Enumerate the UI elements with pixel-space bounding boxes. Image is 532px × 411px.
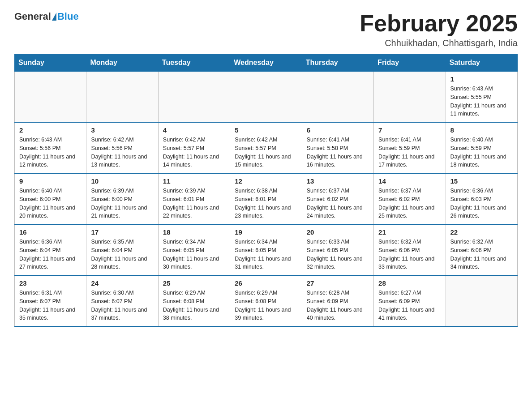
calendar-cell: 8Sunrise: 6:40 AMSunset: 5:59 PMDaylight…: [446, 122, 517, 173]
day-number: 7: [378, 126, 441, 134]
calendar-cell: 13Sunrise: 6:37 AMSunset: 6:02 PMDayligh…: [302, 173, 373, 224]
day-info: Sunrise: 6:32 AMSunset: 6:06 PMDaylight:…: [378, 238, 441, 271]
day-info: Sunrise: 6:33 AMSunset: 6:05 PMDaylight:…: [307, 238, 369, 271]
calendar-cell: 21Sunrise: 6:32 AMSunset: 6:06 PMDayligh…: [374, 224, 446, 275]
month-title: February 2025: [360, 11, 518, 36]
day-number: 26: [235, 279, 297, 287]
day-number: 11: [163, 177, 225, 185]
calendar-cell: 26Sunrise: 6:29 AMSunset: 6:08 PMDayligh…: [230, 275, 302, 326]
day-info: Sunrise: 6:43 AMSunset: 5:56 PMDaylight:…: [19, 136, 82, 169]
day-info: Sunrise: 6:28 AMSunset: 6:09 PMDaylight:…: [307, 289, 369, 322]
day-info: Sunrise: 6:42 AMSunset: 5:57 PMDaylight:…: [163, 136, 225, 169]
day-info: Sunrise: 6:30 AMSunset: 6:07 PMDaylight:…: [91, 289, 153, 322]
day-number: 13: [307, 177, 369, 185]
day-info: Sunrise: 6:40 AMSunset: 6:00 PMDaylight:…: [19, 187, 82, 220]
day-number: 10: [91, 177, 153, 185]
day-info: Sunrise: 6:43 AMSunset: 5:55 PMDaylight:…: [450, 85, 513, 118]
calendar-cell: [15, 72, 86, 123]
day-number: 4: [163, 126, 225, 134]
day-info: Sunrise: 6:34 AMSunset: 6:05 PMDaylight:…: [235, 238, 297, 271]
calendar-cell: 11Sunrise: 6:39 AMSunset: 6:01 PMDayligh…: [158, 173, 230, 224]
day-info: Sunrise: 6:42 AMSunset: 5:56 PMDaylight:…: [91, 136, 153, 169]
day-number: 5: [235, 126, 297, 134]
day-of-week-header: Tuesday: [158, 54, 230, 72]
day-number: 3: [91, 126, 153, 134]
day-info: Sunrise: 6:29 AMSunset: 6:08 PMDaylight:…: [163, 289, 225, 322]
day-info: Sunrise: 6:34 AMSunset: 6:05 PMDaylight:…: [163, 238, 225, 271]
day-info: Sunrise: 6:40 AMSunset: 5:59 PMDaylight:…: [450, 136, 513, 169]
logo-blue-text: Blue: [57, 11, 79, 22]
day-number: 6: [307, 126, 369, 134]
day-info: Sunrise: 6:42 AMSunset: 5:57 PMDaylight:…: [235, 136, 297, 169]
calendar-cell: [446, 275, 517, 326]
calendar-cell: 9Sunrise: 6:40 AMSunset: 6:00 PMDaylight…: [15, 173, 86, 224]
calendar-cell: 6Sunrise: 6:41 AMSunset: 5:58 PMDaylight…: [302, 122, 373, 173]
logo-triangle-icon: [52, 13, 56, 21]
calendar-cell: 14Sunrise: 6:37 AMSunset: 6:02 PMDayligh…: [374, 173, 446, 224]
calendar-cell: 2Sunrise: 6:43 AMSunset: 5:56 PMDaylight…: [15, 122, 86, 173]
day-number: 12: [235, 177, 297, 185]
day-number: 8: [450, 126, 513, 134]
day-of-week-header: Monday: [86, 54, 158, 72]
calendar-cell: 27Sunrise: 6:28 AMSunset: 6:09 PMDayligh…: [302, 275, 373, 326]
day-number: 9: [19, 177, 82, 185]
calendar-cell: [302, 72, 373, 123]
calendar-cell: 20Sunrise: 6:33 AMSunset: 6:05 PMDayligh…: [302, 224, 373, 275]
day-number: 1: [450, 75, 513, 83]
calendar-cell: 1Sunrise: 6:43 AMSunset: 5:55 PMDaylight…: [446, 72, 517, 123]
calendar-cell: 22Sunrise: 6:32 AMSunset: 6:06 PMDayligh…: [446, 224, 517, 275]
day-info: Sunrise: 6:29 AMSunset: 6:08 PMDaylight:…: [235, 289, 297, 322]
day-info: Sunrise: 6:41 AMSunset: 5:59 PMDaylight:…: [378, 136, 441, 169]
calendar-cell: 23Sunrise: 6:31 AMSunset: 6:07 PMDayligh…: [15, 275, 86, 326]
week-row: 1Sunrise: 6:43 AMSunset: 5:55 PMDaylight…: [15, 72, 518, 123]
calendar-cell: 25Sunrise: 6:29 AMSunset: 6:08 PMDayligh…: [158, 275, 230, 326]
calendar-cell: [230, 72, 302, 123]
day-of-week-header: Saturday: [446, 54, 517, 72]
day-info: Sunrise: 6:41 AMSunset: 5:58 PMDaylight:…: [307, 136, 369, 169]
day-info: Sunrise: 6:35 AMSunset: 6:04 PMDaylight:…: [91, 238, 153, 271]
calendar-cell: [158, 72, 230, 123]
day-info: Sunrise: 6:39 AMSunset: 6:00 PMDaylight:…: [91, 187, 153, 220]
calendar-body: 1Sunrise: 6:43 AMSunset: 5:55 PMDaylight…: [15, 72, 518, 327]
day-number: 18: [163, 228, 225, 236]
day-info: Sunrise: 6:38 AMSunset: 6:01 PMDaylight:…: [235, 187, 297, 220]
logo-general-text: General: [14, 11, 51, 22]
day-number: 20: [307, 228, 369, 236]
day-info: Sunrise: 6:27 AMSunset: 6:09 PMDaylight:…: [378, 289, 441, 322]
calendar-cell: [86, 72, 158, 123]
day-of-week-header: Sunday: [15, 54, 86, 72]
day-number: 15: [450, 177, 513, 185]
title-block: February 2025 Chhuikhadan, Chhattisgarh,…: [360, 11, 518, 48]
day-number: 23: [19, 279, 82, 287]
calendar-cell: 4Sunrise: 6:42 AMSunset: 5:57 PMDaylight…: [158, 122, 230, 173]
day-number: 2: [19, 126, 82, 134]
location-title: Chhuikhadan, Chhattisgarh, India: [360, 38, 518, 48]
day-info: Sunrise: 6:39 AMSunset: 6:01 PMDaylight:…: [163, 187, 225, 220]
day-info: Sunrise: 6:32 AMSunset: 6:06 PMDaylight:…: [450, 238, 513, 271]
calendar-cell: 18Sunrise: 6:34 AMSunset: 6:05 PMDayligh…: [158, 224, 230, 275]
day-number: 16: [19, 228, 82, 236]
calendar-cell: 12Sunrise: 6:38 AMSunset: 6:01 PMDayligh…: [230, 173, 302, 224]
calendar-cell: 16Sunrise: 6:36 AMSunset: 6:04 PMDayligh…: [15, 224, 86, 275]
days-of-week-row: SundayMondayTuesdayWednesdayThursdayFrid…: [15, 54, 518, 72]
calendar-cell: 5Sunrise: 6:42 AMSunset: 5:57 PMDaylight…: [230, 122, 302, 173]
calendar-cell: 28Sunrise: 6:27 AMSunset: 6:09 PMDayligh…: [374, 275, 446, 326]
logo: General Blue: [14, 11, 79, 22]
week-row: 23Sunrise: 6:31 AMSunset: 6:07 PMDayligh…: [15, 275, 518, 326]
day-info: Sunrise: 6:37 AMSunset: 6:02 PMDaylight:…: [378, 187, 441, 220]
day-number: 24: [91, 279, 153, 287]
day-number: 14: [378, 177, 441, 185]
calendar-cell: 19Sunrise: 6:34 AMSunset: 6:05 PMDayligh…: [230, 224, 302, 275]
week-row: 2Sunrise: 6:43 AMSunset: 5:56 PMDaylight…: [15, 122, 518, 173]
day-number: 28: [378, 279, 441, 287]
day-number: 21: [378, 228, 441, 236]
calendar-header: SundayMondayTuesdayWednesdayThursdayFrid…: [15, 54, 518, 72]
day-number: 22: [450, 228, 513, 236]
day-info: Sunrise: 6:36 AMSunset: 6:04 PMDaylight:…: [19, 238, 82, 271]
day-info: Sunrise: 6:37 AMSunset: 6:02 PMDaylight:…: [307, 187, 369, 220]
day-of-week-header: Thursday: [302, 54, 373, 72]
week-row: 9Sunrise: 6:40 AMSunset: 6:00 PMDaylight…: [15, 173, 518, 224]
calendar-cell: 3Sunrise: 6:42 AMSunset: 5:56 PMDaylight…: [86, 122, 158, 173]
day-of-week-header: Friday: [374, 54, 446, 72]
page-header: General Blue February 2025 Chhuikhadan, …: [14, 11, 518, 48]
